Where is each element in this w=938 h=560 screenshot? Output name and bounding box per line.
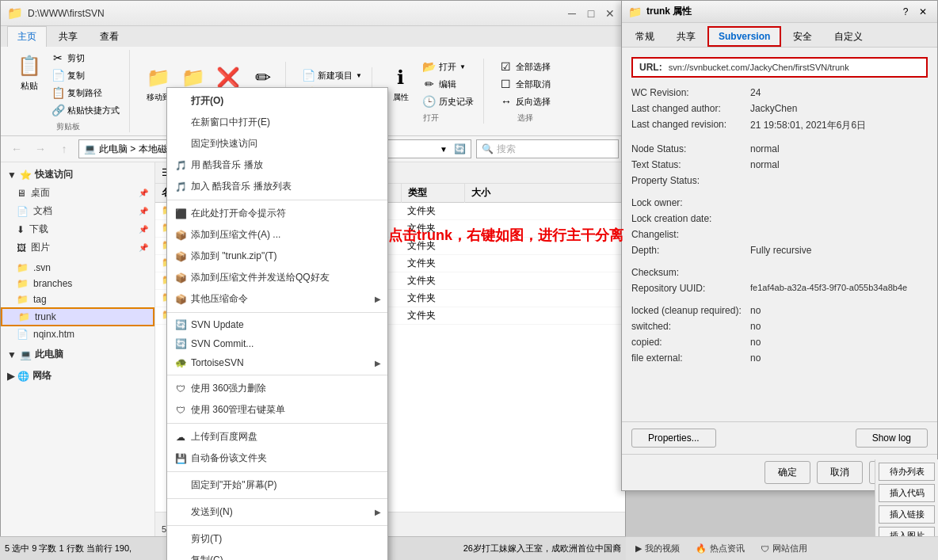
prop-wc-revision-label: WC Revision: bbox=[631, 87, 750, 98]
menu-pin-quick-access[interactable]: 固定到快速访问 bbox=[167, 133, 387, 154]
menu-send-qq[interactable]: 📦 添加到压缩文件并发送给QQ好友 bbox=[167, 267, 387, 288]
sidebar-item-branches[interactable]: 📁 branches bbox=[1, 276, 154, 291]
search-bar[interactable]: 🔍 搜索 bbox=[476, 139, 619, 158]
trunk-folder-icon: 📁 bbox=[18, 311, 30, 322]
menu-play-music[interactable]: 🎵 用 酷我音乐 播放 bbox=[167, 154, 387, 176]
menu-open-cmd[interactable]: ⬛ 在此处打开命令提示符 bbox=[167, 203, 387, 224]
open-label: 打开 bbox=[423, 111, 439, 124]
sidebar-item-tag[interactable]: 📁 tag bbox=[1, 291, 154, 307]
svn-update-icon: 🔄 bbox=[173, 318, 188, 332]
menu-360-manage[interactable]: 🛡 使用 360管理右键菜单 bbox=[167, 399, 387, 421]
minimize-button[interactable]: ─ bbox=[563, 5, 581, 22]
menu-open-new-window[interactable]: 在新窗口中打开(E) bbox=[167, 112, 387, 133]
edit-button[interactable]: ✏ 编辑 bbox=[420, 76, 477, 92]
maximize-button[interactable]: □ bbox=[582, 5, 600, 22]
up-button[interactable]: ↑ bbox=[55, 139, 74, 158]
insert-code-btn[interactable]: 插入代码 bbox=[879, 484, 935, 502]
tab-share[interactable]: 共享 bbox=[666, 26, 706, 47]
tab-custom[interactable]: 自定义 bbox=[824, 26, 873, 47]
menu-svn-update[interactable]: 🔄 SVN Update bbox=[167, 315, 387, 334]
menu-auto-backup[interactable]: 💾 自动备份该文件夹 bbox=[167, 448, 387, 469]
tag-label: tag bbox=[33, 294, 47, 305]
invert-select-button[interactable]: ↔ 反向选择 bbox=[497, 93, 554, 109]
news-ticker: 26岁打工妹嫁入王室，成欧洲首位中国裔 bbox=[463, 543, 621, 554]
separator-4 bbox=[167, 423, 387, 424]
col-size[interactable]: 大小 bbox=[464, 184, 625, 203]
sidebar-item-this-computer[interactable]: ▼ 💻 此电脑 bbox=[1, 345, 154, 364]
tab-subversion[interactable]: Subversion bbox=[707, 26, 781, 47]
dialog-help-button[interactable]: ? bbox=[898, 4, 913, 20]
select-all-button[interactable]: ☑ 全部选择 bbox=[497, 59, 554, 74]
menu-add-playlist[interactable]: 🎵 加入 酷我音乐 播放列表 bbox=[167, 176, 387, 197]
menu-baidu-upload[interactable]: ☁ 上传到百度网盘 bbox=[167, 426, 387, 448]
sidebar-item-pictures[interactable]: 🖼 图片 📌 bbox=[1, 238, 154, 257]
file-cell-type: 文件夹 bbox=[401, 220, 464, 238]
paste-shortcut-button[interactable]: 🔗 粘贴快捷方式 bbox=[48, 102, 123, 118]
sidebar-section-computer: ▼ 💻 此电脑 bbox=[1, 345, 154, 364]
back-button[interactable]: ← bbox=[7, 139, 26, 158]
refresh-icon[interactable]: 🔄 bbox=[454, 143, 466, 154]
sidebar-item-svn[interactable]: 📁 .svn bbox=[1, 260, 154, 276]
tab-security[interactable]: 安全 bbox=[783, 26, 822, 47]
paste-button[interactable]: 📋 粘贴 bbox=[13, 50, 45, 118]
sidebar-section-quick: ▼ ⭐ 快速访问 🖥 桌面 📌 📄 文档 📌 ⬇ 下载 📌 bbox=[1, 166, 154, 257]
menu-360-delete[interactable]: 🛡 使用 360强力删除 bbox=[167, 378, 387, 399]
taskbar-news[interactable]: 🔥 热点资讯 bbox=[689, 541, 751, 556]
ok-button[interactable]: 确定 bbox=[765, 461, 810, 484]
close-button[interactable]: ✕ bbox=[601, 5, 619, 22]
properties-button[interactable]: Properties... bbox=[631, 429, 716, 448]
properties-button[interactable]: ℹ 属性 bbox=[385, 62, 417, 106]
menu-send-to[interactable]: 发送到(N) bbox=[167, 501, 387, 523]
menu-pin-start[interactable]: 固定到"开始"屏幕(P) bbox=[167, 474, 387, 496]
menu-tortoise-svn[interactable]: 🐢 TortoiseSVN bbox=[167, 353, 387, 372]
menu-open[interactable]: 打开(O) bbox=[167, 90, 387, 112]
context-menu: 打开(O) 在新窗口中打开(E) 固定到快速访问 🎵 用 酷我音乐 播放 🎵 加… bbox=[166, 87, 388, 560]
ribbon-group-clipboard: 📋 粘贴 ✂ 剪切 📄 复制 📋 bbox=[7, 50, 130, 132]
network-icon: 🌐 bbox=[17, 371, 29, 382]
cut-icon: ✂ bbox=[51, 51, 64, 64]
insert-link-btn[interactable]: 插入链接 bbox=[879, 505, 935, 524]
pin4-icon: 📌 bbox=[139, 243, 148, 252]
sidebar-item-network[interactable]: ▶ 🌐 网络 bbox=[1, 367, 154, 385]
menu-cut[interactable]: 剪切(T) bbox=[167, 528, 387, 550]
col-type[interactable]: 类型 bbox=[401, 184, 464, 203]
tab-share[interactable]: 共享 bbox=[48, 26, 88, 47]
menu-svn-commit[interactable]: 🔄 SVN Commit... bbox=[167, 334, 387, 353]
menu-other-compress[interactable]: 📦 其他压缩命令 bbox=[167, 288, 387, 310]
taskbar-credit[interactable]: 🛡 网站信用 bbox=[754, 541, 814, 556]
select-all-icon: ☑ bbox=[500, 60, 513, 73]
taskbar-video[interactable]: ▶ 我的视频 bbox=[629, 541, 686, 556]
select-none-button[interactable]: ☐ 全部取消 bbox=[497, 76, 554, 92]
tab-view[interactable]: 查看 bbox=[90, 26, 129, 47]
prop-property-status-label: Property Status: bbox=[631, 175, 750, 186]
open-button[interactable]: 📂 打开 ▼ bbox=[420, 59, 477, 74]
dialog-close-button[interactable]: ✕ bbox=[915, 4, 931, 20]
pending-list-btn[interactable]: 待办列表 bbox=[879, 463, 935, 481]
sidebar-item-quick-access[interactable]: ▼ ⭐ 快速访问 bbox=[1, 166, 154, 184]
sidebar-item-documents[interactable]: 📄 文档 📌 bbox=[1, 202, 154, 220]
history-label: 历史记录 bbox=[439, 96, 474, 108]
show-log-button[interactable]: Show log bbox=[856, 429, 928, 448]
sidebar-item-downloads[interactable]: ⬇ 下载 📌 bbox=[1, 220, 154, 238]
cut-button[interactable]: ✂ 剪切 bbox=[48, 50, 123, 66]
history-button[interactable]: 🕒 历史记录 bbox=[420, 93, 477, 109]
copy-button[interactable]: 📄 复制 bbox=[48, 67, 123, 83]
forward-button[interactable]: → bbox=[31, 139, 50, 158]
trunk-label: trunk bbox=[35, 311, 56, 322]
sidebar-item-nqinx[interactable]: 📄 nqinx.htm bbox=[1, 326, 154, 342]
menu-copy[interactable]: 复制(C) bbox=[167, 550, 387, 560]
news-label: 热点资讯 bbox=[710, 543, 745, 554]
menu-add-archive[interactable]: 📦 添加到压缩文件(A) ... bbox=[167, 224, 387, 246]
tab-general[interactable]: 常规 bbox=[625, 26, 665, 47]
cancel-button[interactable]: 取消 bbox=[817, 461, 863, 484]
computer-label: 此电脑 bbox=[35, 348, 63, 361]
copy-path-button[interactable]: 📋 复制路径 bbox=[48, 85, 123, 101]
prop-lock-date: Lock creation date: bbox=[631, 213, 928, 224]
branches-label: branches bbox=[33, 278, 72, 289]
tab-home[interactable]: 主页 bbox=[7, 26, 47, 47]
new-item-button[interactable]: 📄 新建项目 ▼ bbox=[299, 67, 365, 83]
menu-add-zip[interactable]: 📦 添加到 "trunk.zip"(T) bbox=[167, 246, 387, 267]
sidebar-item-trunk[interactable]: 📁 trunk bbox=[1, 307, 154, 326]
sidebar-item-desktop[interactable]: 🖥 桌面 📌 bbox=[1, 184, 154, 202]
prop-locked: locked (cleanup required): no bbox=[631, 305, 928, 316]
